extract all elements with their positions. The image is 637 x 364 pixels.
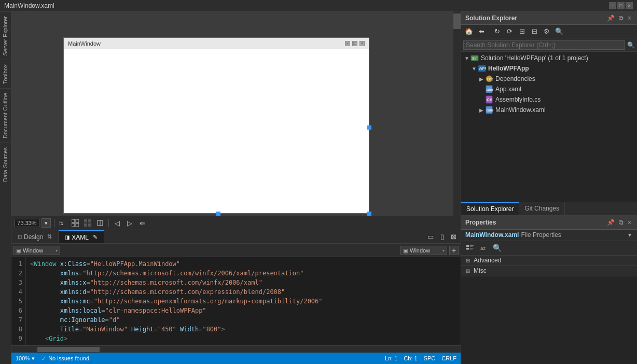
prop-section-misc[interactable]: ⊞ Misc — [461, 266, 637, 276]
split-vert-btn[interactable]: ▯ — [437, 232, 447, 242]
grid-view2-btn[interactable] — [82, 218, 93, 228]
dependencies-icon: Dep — [485, 75, 493, 83]
center-area: MainWindow − □ × — [11, 11, 461, 364]
snap-icon — [96, 219, 104, 227]
swap-icon: ⇅ — [47, 233, 52, 240]
svg-text:xaml: xaml — [486, 108, 493, 112]
status-zoom-value: 100% — [16, 355, 30, 361]
props-close-btn[interactable]: × — [626, 218, 633, 227]
sidebar-tab-data-sources[interactable]: Data Sources — [0, 143, 11, 186]
design-tab-icon: ⊡ — [18, 234, 22, 240]
svg-rect-26 — [466, 248, 469, 250]
nav-back-btn[interactable]: ◁ — [112, 218, 122, 228]
tree-item-mainwindow[interactable]: ▶ xaml MainWindow.xaml — [461, 105, 637, 115]
se-back-btn[interactable]: ⬅ — [476, 26, 487, 37]
se-refresh-btn[interactable]: ⟳ — [504, 26, 515, 37]
tab-design-label: Design — [24, 233, 43, 241]
tree-toggle-mainwindow[interactable]: ▶ — [478, 106, 485, 114]
line-num-3: 3 — [11, 278, 22, 287]
canvas-scroll-thumb[interactable] — [453, 13, 461, 29]
tree-toggle-project[interactable]: ▼ — [470, 65, 478, 72]
se-filter-btn[interactable]: ⊞ — [516, 26, 528, 37]
properties-header-controls: 📌 ⧉ × — [605, 218, 633, 227]
tab-xaml[interactable]: ◨ XAML ✎ — [59, 230, 104, 243]
pin-btn[interactable]: 📌 — [605, 14, 616, 22]
appxaml-label: App.xaml — [495, 86, 635, 93]
sidebar-tab-document-outline[interactable]: Document Outline — [0, 88, 11, 143]
code-scrollbar-horizontal[interactable] — [11, 345, 461, 353]
assemblyinfo-icon: C# — [485, 95, 493, 104]
expression-editor-btn[interactable]: fx — [58, 218, 68, 228]
line-num-5: 5 — [11, 297, 22, 306]
tree-item-appxaml[interactable]: ▶ xaml App.xaml — [461, 84, 637, 94]
status-zoom-arrow: ▾ — [32, 355, 35, 362]
code-content[interactable]: <Window x:Class="HelloWPFApp.MainWindow"… — [26, 257, 461, 345]
code-scroll-thumb[interactable] — [37, 347, 100, 352]
canvas-scrollbar-vertical[interactable] — [453, 11, 461, 216]
sidebar-tab-server-explorer[interactable]: Server Explorer — [0, 11, 11, 60]
title-bar-controls: − □ × — [609, 2, 633, 9]
right-type-label: Window — [410, 247, 440, 254]
se-home-btn[interactable]: 🏠 — [463, 26, 475, 37]
status-bar: 100% ▾ ✓ No issues found Ln: 1 Ch: 1 SPC… — [11, 353, 461, 364]
tree-toggle-solution[interactable]: ▼ — [463, 54, 470, 62]
minimize-button[interactable]: − — [609, 2, 616, 9]
tree-item-assemblyinfo[interactable]: ▶ C# AssemblyInfo.cs — [461, 94, 637, 105]
maximize-button[interactable]: □ — [617, 2, 625, 9]
resize-handle-bottom[interactable] — [216, 212, 220, 216]
nav-fwd-btn[interactable]: ▷ — [124, 218, 135, 228]
svg-rect-3 — [72, 223, 75, 227]
props-type-dropdown[interactable]: ▾ — [627, 231, 633, 239]
canvas-content — [64, 49, 369, 213]
props-categorized-btn[interactable] — [464, 242, 476, 254]
status-zoom[interactable]: 100% ▾ — [16, 355, 35, 362]
float-btn[interactable]: ⧉ — [617, 14, 625, 22]
canvas-minimize-btn[interactable]: − — [345, 41, 350, 46]
props-alphabetical-btn[interactable]: az — [478, 242, 489, 254]
collapse-btn[interactable]: ⇐ — [137, 218, 147, 228]
se-tab-git-changes[interactable]: Git Changes — [519, 202, 565, 215]
xaml-tab-icon: ◨ — [65, 234, 70, 240]
se-sync-btn[interactable]: ↻ — [491, 26, 503, 37]
collapse-panel-btn[interactable]: ⊠ — [448, 232, 459, 242]
tree-item-project[interactable]: ▼ WPF HelloWPFApp — [461, 63, 637, 74]
properties-title: Properties — [465, 219, 496, 226]
se-search-magnifier-icon[interactable]: 🔍 — [627, 41, 635, 49]
resize-handle-right[interactable] — [367, 125, 371, 130]
props-float-btn[interactable]: ⧉ — [617, 218, 625, 227]
se-props-btn[interactable]: ⚙ — [541, 26, 552, 37]
status-ln: Ln: 1 — [385, 355, 397, 361]
tab-xaml-label: XAML — [72, 234, 89, 241]
status-ch-text: Ch: 1 — [404, 355, 417, 361]
split-horiz-btn[interactable]: ▭ — [425, 232, 436, 242]
tree-item-dependencies[interactable]: ▶ Dep Dependencies — [461, 74, 637, 84]
prop-section-advanced[interactable]: ⊞ Advanced — [461, 256, 637, 266]
mainwindow-label: MainWindow.xaml — [495, 106, 635, 114]
add-handler-btn[interactable]: + — [449, 246, 459, 255]
se-tab-solution-explorer[interactable]: Solution Explorer — [461, 202, 519, 215]
se-search-input[interactable] — [463, 40, 625, 50]
props-pin-btn[interactable]: 📌 — [605, 218, 616, 227]
assemblyinfo-label: AssemblyInfo.cs — [495, 96, 635, 103]
left-type-selector[interactable]: ▣ Window ▾ — [13, 246, 60, 255]
snap-btn[interactable] — [95, 218, 105, 228]
zoom-toolbar: 73.33% ▾ fx — [11, 216, 461, 230]
zoom-dropdown-btn[interactable]: ▾ — [41, 218, 51, 228]
props-search-btn[interactable]: 🔍 — [491, 242, 503, 254]
close-panel-btn[interactable]: × — [626, 14, 633, 22]
right-type-arrow: ▾ — [442, 248, 445, 253]
se-collapse-btn[interactable]: ⊟ — [529, 26, 540, 37]
sidebar-tab-toolbox[interactable]: Toolbox — [0, 60, 11, 88]
se-search-btn[interactable]: 🔍 — [553, 26, 565, 37]
tab-design[interactable]: ⊡ Design ⇅ — [11, 230, 59, 243]
tree-item-solution[interactable]: ▼ Sln Solution 'HelloWPFApp' (1 of 1 pro… — [461, 53, 637, 63]
canvas-close-btn[interactable]: × — [359, 41, 365, 46]
grid-view-btn[interactable] — [70, 218, 80, 228]
line-num-4: 4 — [11, 287, 22, 297]
canvas-maximize-btn[interactable]: □ — [352, 41, 357, 46]
resize-handle-corner[interactable] — [367, 212, 371, 216]
left-sidebar: Server Explorer Toolbox Document Outline… — [0, 11, 11, 364]
tree-toggle-dependencies[interactable]: ▶ — [478, 75, 485, 82]
close-button[interactable]: × — [626, 2, 633, 9]
right-type-selector[interactable]: ▣ Window ▾ — [400, 246, 447, 255]
